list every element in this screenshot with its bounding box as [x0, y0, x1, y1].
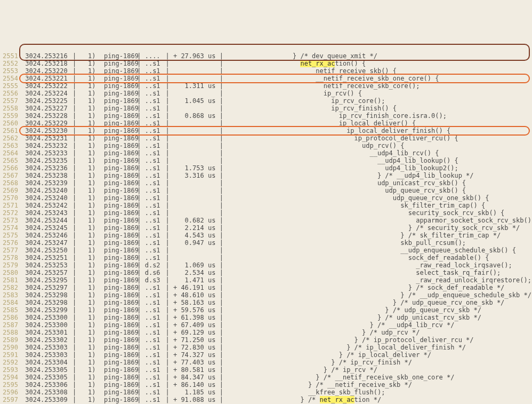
- trace-row: 2553 3024.253220 | 1) ping-1869| ..s1 | …: [0, 67, 532, 75]
- trace-row: 2582 3024.253297 | 1) ping-1869| ..s1 | …: [0, 284, 532, 291]
- cpu-id: 1): [76, 60, 88, 67]
- duration: + 58.163 us: [170, 299, 220, 306]
- irq-flags: ..s1: [141, 232, 165, 239]
- line-number: 2553: [0, 67, 21, 75]
- cpu-id: 1): [76, 97, 88, 105]
- function-call: } /* udp_unicast_rcv_skb */: [223, 314, 532, 321]
- irq-flags: ....: [141, 52, 165, 60]
- timestamp: 3024.253218: [21, 60, 72, 67]
- function-call: __kfree_skb_flush();: [223, 389, 532, 396]
- function-call: } /* ip_rcv_finish */: [223, 359, 532, 366]
- duration: [170, 134, 220, 142]
- line-number: 2577: [0, 247, 21, 254]
- process-name: ping-1869: [88, 112, 137, 120]
- irq-flags: ..s1: [141, 396, 165, 403]
- search-highlight: net_rx_ac: [300, 60, 335, 67]
- duration: [170, 209, 220, 217]
- timestamp: 3024.253235: [21, 157, 72, 164]
- trace-row: 2557 3024.253225 | 1) ping-1869| ..s1 | …: [0, 97, 532, 105]
- timestamp: 3024.253305: [21, 366, 72, 374]
- process-name: ping-1869: [88, 82, 137, 90]
- irq-flags: ..s1: [141, 217, 165, 224]
- process-name: ping-1869: [88, 269, 137, 276]
- irq-flags: ..s1: [141, 329, 165, 336]
- irq-flags: ..s1: [141, 299, 165, 306]
- duration: + 46.191 us: [170, 284, 220, 291]
- irq-flags: ..s1: [141, 306, 165, 314]
- duration: [170, 179, 220, 187]
- function-call: } /* ip_protocol_deliver_rcu */: [223, 336, 532, 344]
- irq-flags: d.s6: [141, 269, 165, 276]
- process-name: ping-1869: [88, 389, 137, 396]
- process-name: ping-1869: [88, 351, 137, 359]
- irq-flags: ..s1: [141, 60, 165, 67]
- irq-flags: ..s1: [141, 179, 165, 187]
- irq-flags: ..s1: [141, 209, 165, 217]
- duration: 1.045 us: [170, 97, 220, 105]
- trace-row: 2595 3024.253306 | 1) ping-1869| ..s1 | …: [0, 381, 532, 389]
- cpu-id: 1): [76, 82, 88, 90]
- cpu-id: 1): [76, 329, 88, 336]
- irq-flags: ..s1: [141, 239, 165, 247]
- duration: + 67.409 us: [170, 321, 220, 329]
- cpu-id: 1): [76, 224, 88, 232]
- cpu-id: 1): [76, 321, 88, 329]
- function-call: } /* udp_queue_rcv_one_skb */: [223, 299, 532, 306]
- timestamp: 3024.253233: [21, 149, 72, 157]
- trace-row: 2568 3024.253239 | 1) ping-1869| ..s1 | …: [0, 179, 532, 187]
- cpu-id: 1): [76, 164, 88, 172]
- line-number: 2583: [0, 291, 21, 299]
- timestamp: 3024.253244: [21, 217, 72, 224]
- cpu-id: 1): [76, 187, 88, 194]
- duration: 0.868 us: [170, 112, 220, 120]
- irq-flags: ..s1: [141, 187, 165, 194]
- irq-flags: ..s1: [141, 374, 165, 381]
- cpu-id: 1): [76, 247, 88, 254]
- duration: [170, 105, 220, 112]
- trace-row: 2584 3024.253298 | 1) ping-1869| ..s1 | …: [0, 299, 532, 306]
- duration: [170, 149, 220, 157]
- process-name: ping-1869: [88, 157, 137, 164]
- line-number: 2593: [0, 366, 21, 374]
- cpu-id: 1): [76, 389, 88, 396]
- trace-row: 2589 3024.253302 | 1) ping-1869| ..s1 | …: [0, 336, 532, 344]
- line-number: 2551: [0, 52, 21, 60]
- irq-flags: d.s2: [141, 262, 165, 269]
- timestamp: 3024.253306: [21, 381, 72, 389]
- timestamp: 3024.253257: [21, 269, 72, 276]
- process-name: ping-1869: [88, 232, 137, 239]
- cpu-id: 1): [76, 67, 88, 75]
- irq-flags: ..s1: [141, 112, 165, 120]
- process-name: ping-1869: [88, 90, 137, 97]
- timestamp: 3024.253251: [21, 254, 72, 262]
- function-call: } /* net_rx_action */: [223, 396, 532, 403]
- cpu-id: 1): [76, 172, 88, 179]
- timestamp: 3024.253225: [21, 97, 72, 105]
- trace-row: 2581 3024.253295 | 1) ping-1869| d.s3 | …: [0, 276, 532, 284]
- duration: [170, 194, 220, 202]
- trace-row: 2577 3024.253250 | 1) ping-1869| ..s1 | …: [0, 247, 532, 254]
- timestamp: 3024.253245: [21, 224, 72, 232]
- trace-viewer: 2551 3024.253216 | 1) ping-1869| .... | …: [0, 37, 532, 404]
- process-name: ping-1869: [88, 224, 137, 232]
- cpu-id: 1): [76, 194, 88, 202]
- timestamp: 3024.253238: [21, 172, 72, 179]
- function-call: ip_rcv_finish_core.isra.0();: [223, 112, 532, 120]
- process-name: ping-1869: [88, 239, 137, 247]
- function-call: } /* sock_def_readable */: [223, 284, 532, 291]
- line-number: 2584: [0, 299, 21, 306]
- cpu-id: 1): [76, 217, 88, 224]
- trace-row: 2573 3024.253244 | 1) ping-1869| ..s1 | …: [0, 217, 532, 224]
- irq-flags: ..s1: [141, 381, 165, 389]
- irq-flags: ..s1: [141, 97, 165, 105]
- timestamp: 3024.253216: [21, 52, 72, 60]
- function-call: ip_rcv_core();: [223, 97, 532, 105]
- timestamp: 3024.253298: [21, 299, 72, 306]
- line-number: 2576: [0, 239, 21, 247]
- cpu-id: 1): [76, 120, 88, 127]
- trace-row: 2578 3024.253251 | 1) ping-1869| ..s1 | …: [0, 254, 532, 262]
- irq-flags: ..s1: [141, 321, 165, 329]
- line-number: 2559: [0, 112, 21, 120]
- duration: [170, 127, 220, 134]
- cpu-id: 1): [76, 157, 88, 164]
